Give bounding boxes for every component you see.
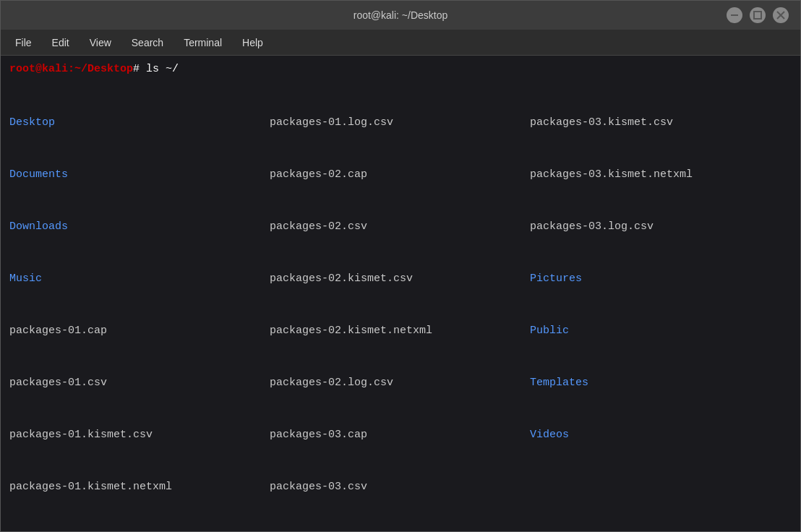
list-item: Music (9, 270, 270, 288)
terminal-window: root@kali: ~/Desktop File Edit View Sear… (0, 0, 801, 532)
window-controls (727, 7, 789, 23)
window-title: root@kali: ~/Desktop (354, 9, 448, 21)
list-item: packages-03.log.csv (530, 218, 790, 236)
list-item: packages-02.kismet.netxml (270, 322, 530, 340)
list-item: Templates (530, 374, 790, 392)
list-item: packages-02.csv (270, 218, 530, 236)
menu-edit[interactable]: Edit (43, 34, 78, 51)
list-item: packages-03.csv (270, 479, 530, 496)
terminal-body[interactable]: root@kali :~/Desktop # ls ~/ Desktop Doc… (1, 56, 800, 531)
list-item: Desktop (9, 114, 270, 132)
list-item: Videos (530, 426, 790, 444)
list-item: packages-02.log.csv (270, 374, 530, 392)
list-item: packages-01.kismet.csv (9, 426, 270, 444)
list-item: packages-03.cap (270, 426, 530, 444)
list-item: Public (530, 322, 790, 340)
menu-terminal[interactable]: Terminal (175, 34, 231, 51)
menu-bar: File Edit View Search Terminal Help (1, 30, 800, 56)
command-line: root@kali :~/Desktop # ls ~/ (9, 61, 792, 78)
col3: packages-03.kismet.csv packages-03.kisme… (530, 80, 790, 531)
list-item: packages-01.csv (9, 374, 270, 392)
prompt-user: root@kali (9, 61, 68, 78)
list-item: Downloads (9, 218, 270, 236)
col1: Desktop Documents Downloads Music packag… (9, 80, 270, 531)
menu-view[interactable]: View (81, 34, 120, 51)
ls-output: Desktop Documents Downloads Music packag… (9, 80, 792, 531)
list-item: Pictures (530, 270, 790, 288)
menu-help[interactable]: Help (234, 34, 272, 51)
title-bar: root@kali: ~/Desktop (1, 1, 800, 30)
svg-rect-0 (731, 14, 738, 16)
menu-search[interactable]: Search (123, 34, 172, 51)
prompt-symbol: # (133, 61, 146, 78)
list-item: packages-01.cap (9, 322, 270, 340)
list-item: packages-02.kismet.csv (270, 270, 530, 288)
svg-rect-1 (754, 12, 761, 19)
col2: packages-01.log.csv packages-02.cap pack… (270, 80, 530, 531)
list-item: packages-03.kismet.netxml (530, 166, 790, 184)
close-button[interactable] (773, 7, 789, 23)
list-item: packages-01.log.csv (270, 114, 530, 132)
list-item: packages-02.cap (270, 166, 530, 184)
minimize-button[interactable] (727, 7, 742, 23)
list-item: Documents (9, 166, 270, 184)
prompt-path: :~/Desktop (68, 61, 133, 78)
list-item: packages-03.kismet.csv (530, 114, 790, 132)
list-item: packages-01.kismet.netxml (9, 479, 270, 496)
maximize-button[interactable] (750, 7, 766, 23)
menu-file[interactable]: File (7, 34, 40, 51)
command-text: ls ~/ (146, 61, 179, 78)
